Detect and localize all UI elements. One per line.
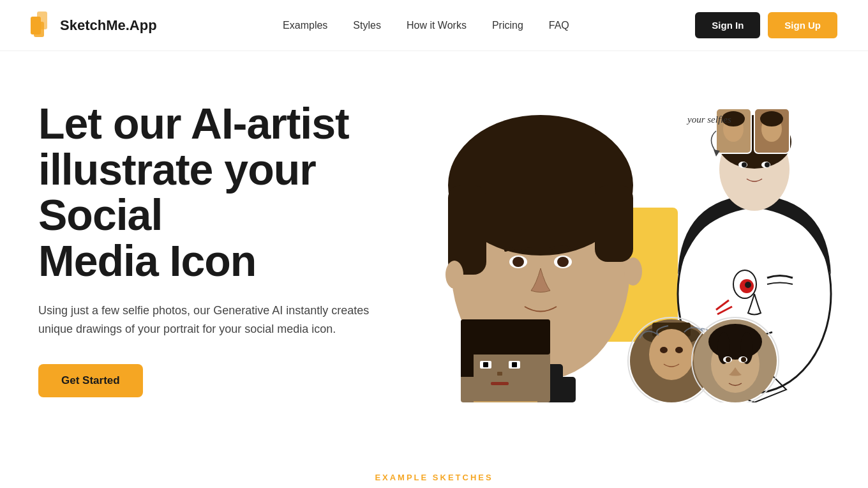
svg-point-61 [760,111,783,126]
logo-icon [31,11,54,40]
svg-point-29 [745,282,751,288]
navbar: SketchMe.App Examples Styles How it Work… [0,0,868,51]
svg-rect-22 [512,362,517,367]
svg-rect-25 [474,401,537,402]
svg-rect-17 [461,319,550,355]
hero-illustration: your selfies [442,96,837,402]
logo-text: SketchMe.App [60,17,157,34]
svg-rect-18 [461,339,474,377]
example-sketches-section: EXAMPLE SKETCHES Our AI-artist takes Cre… [0,434,868,488]
svg-point-49 [708,324,762,360]
svg-point-12 [445,261,463,289]
svg-point-53 [726,357,731,362]
svg-point-13 [624,257,642,286]
nav-actions: Sign In Sign Up [695,12,837,38]
svg-rect-23 [497,372,502,376]
sign-in-button[interactable]: Sign In [695,12,760,38]
svg-rect-2 [34,22,44,37]
svg-rect-7 [595,185,633,262]
section-label: EXAMPLE SKETCHES [31,473,837,482]
illustration-svg: your selfies [442,96,837,402]
nav-how-it-works[interactable]: How it Works [407,20,467,31]
nav-styles[interactable]: Styles [353,20,381,31]
get-started-button[interactable]: Get Started [38,364,143,397]
hero-section: Let our AI-artist illustrate your Social… [0,51,868,434]
nav-examples[interactable]: Examples [283,20,327,31]
svg-point-36 [742,162,747,167]
svg-point-11 [557,257,569,267]
svg-rect-24 [491,382,509,385]
hero-subtitle: Using just a few selfie photos, our Gene… [38,301,370,339]
svg-point-43 [649,329,694,380]
nav-faq[interactable]: FAQ [549,20,569,31]
svg-rect-20 [483,362,488,367]
hero-content: Let our AI-artist illustrate your Social… [38,101,408,397]
svg-point-44 [660,347,668,353]
nav-links: Examples Styles How it Works Pricing FAQ [283,20,569,31]
svg-text:your selfies: your selfies [686,114,731,125]
svg-point-45 [675,347,683,353]
logo-link[interactable]: SketchMe.App [31,11,157,40]
svg-point-38 [765,162,770,167]
svg-point-55 [741,357,746,362]
svg-point-9 [513,257,524,267]
hero-title: Let our AI-artist illustrate your Social… [38,101,408,284]
nav-pricing[interactable]: Pricing [492,20,523,31]
sign-up-button[interactable]: Sign Up [768,12,837,38]
